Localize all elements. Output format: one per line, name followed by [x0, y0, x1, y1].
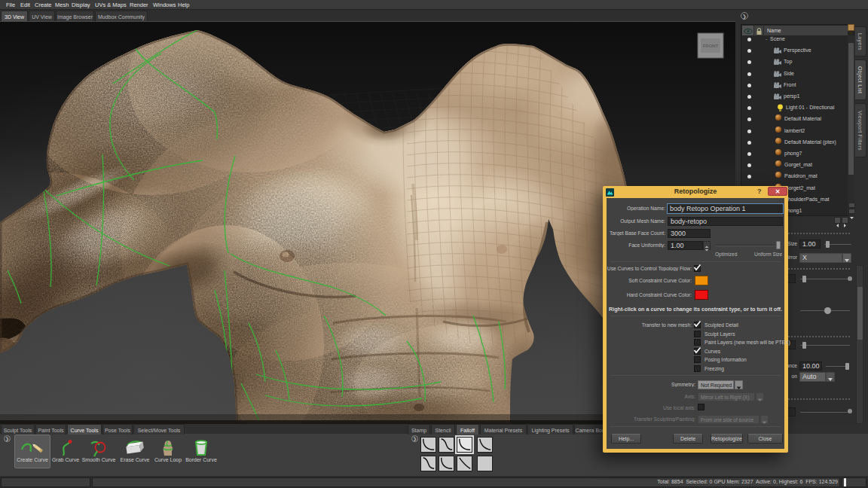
svg-text:FRONT: FRONT	[703, 44, 719, 48]
